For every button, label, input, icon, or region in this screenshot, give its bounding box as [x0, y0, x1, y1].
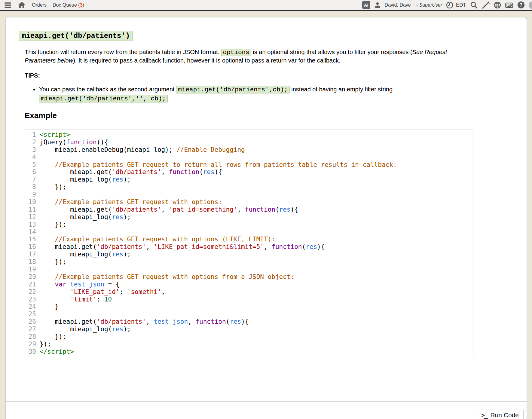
doc-content: This function will return every row from…: [25, 48, 473, 358]
help-icon[interactable]: ?: [517, 1, 525, 9]
user-icon[interactable]: [374, 2, 381, 9]
intro-text-2: is an optional string that allows you to…: [251, 49, 412, 55]
editor-footer: >_ Run Code: [6, 401, 527, 419]
tips-heading: TIPS:: [25, 72, 473, 79]
topbar-right: AI David, Dave - SuperUser EDT: [362, 1, 532, 9]
keyboard-icon[interactable]: [505, 1, 513, 9]
topbar-left: Orders Doc Queue (3): [4, 1, 84, 9]
doc-queue-count-badge: (3): [78, 2, 84, 8]
nav-doc-queue-label: Doc Queue: [53, 2, 77, 8]
content-card: mieapi.get('db/patients') This function …: [5, 17, 527, 419]
clock-icon[interactable]: [446, 1, 454, 9]
hamburger-menu-icon[interactable]: [4, 1, 12, 9]
editor-code-lines[interactable]: <script>jQuery(function(){ mieapi.enable…: [38, 130, 473, 358]
options-code-chip: options: [221, 49, 251, 56]
code-editor[interactable]: 1234567891011121314151617181920212223242…: [25, 130, 473, 358]
tip-code-chip-2: mieapi.get('db/patients','', cb);: [39, 95, 168, 102]
search-icon[interactable]: [470, 1, 478, 9]
intro-text-3: ). It is required to pass a callback fun…: [73, 57, 340, 64]
run-code-label: Run Code: [490, 411, 519, 419]
globe-icon[interactable]: [494, 1, 501, 9]
intro-text-1: This function will return every row from…: [25, 49, 221, 55]
intro-paragraph: This function will return every row from…: [25, 48, 473, 64]
tip-text-2: instead of having an empty filter string: [290, 86, 393, 93]
magic-wand-icon[interactable]: [482, 1, 490, 9]
terminal-prompt-icon: >_: [482, 412, 487, 418]
run-code-button[interactable]: >_ Run Code: [477, 409, 524, 419]
edge-partial-icon[interactable]: [529, 1, 532, 9]
page-title: mieapi.get('db/patients'): [19, 31, 133, 41]
topbar: Orders Doc Queue (3) AI David, Dave - Su…: [0, 0, 532, 11]
documentation-section: mieapi.get('db/patients') This function …: [6, 17, 527, 401]
example-heading: Example: [25, 111, 473, 120]
home-icon[interactable]: [18, 1, 26, 9]
ai-badge[interactable]: AI: [362, 1, 370, 9]
editor-gutter: 1234567891011121314151617181920212223242…: [25, 130, 38, 358]
nav-doc-queue[interactable]: Doc Queue (3): [53, 2, 84, 8]
user-role: - SuperUser: [416, 2, 442, 8]
user-name[interactable]: David, Dave: [385, 2, 411, 8]
tip-item: You can pass the callback as the second …: [39, 85, 473, 103]
tip-code-chip-1: mieapi.get('db/patients',cb);: [176, 86, 289, 93]
svg-text:?: ?: [519, 2, 522, 8]
tip-text-1: You can pass the callback as the second …: [39, 86, 176, 93]
nav-orders[interactable]: Orders: [32, 2, 47, 8]
timezone-label[interactable]: EDT: [456, 2, 466, 8]
tips-list: You can pass the callback as the second …: [25, 85, 473, 103]
